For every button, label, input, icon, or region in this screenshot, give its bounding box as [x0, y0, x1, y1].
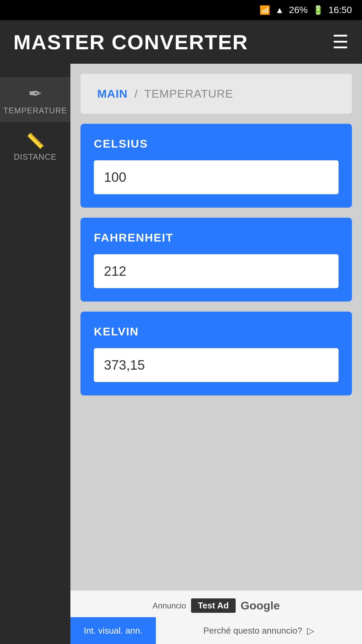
fahrenheit-panel: FAHRENHEIT [80, 218, 352, 302]
ad-play-icon: ▷ [307, 625, 314, 636]
ad-left-button[interactable]: Int. visual. ann. [70, 617, 156, 644]
top-bar: MASTER CONVERTER ☰ [0, 20, 362, 64]
kelvin-input[interactable] [94, 348, 339, 382]
breadcrumb-current: TEMPERATURE [144, 87, 233, 100]
fahrenheit-label: FAHRENHEIT [94, 231, 339, 244]
sidebar-item-distance[interactable]: 📏 DISTANCE [0, 125, 70, 168]
sidebar: ✒ TEMPERATURE 📏 DISTANCE [0, 64, 70, 644]
breadcrumb: MAIN / TEMPERATURE [80, 74, 352, 114]
breadcrumb-separator: / [134, 87, 137, 100]
signal-icon: ▲ [275, 5, 284, 15]
menu-icon[interactable]: ☰ [332, 31, 349, 53]
wifi-icon: 📶 [259, 5, 270, 15]
sidebar-label-distance: DISTANCE [14, 152, 57, 162]
status-icons: 📶 ▲ 26% 🔋 16:50 [259, 5, 352, 15]
ad-google-label: Google [241, 599, 280, 612]
celsius-input[interactable] [94, 160, 339, 194]
sidebar-item-temperature[interactable]: ✒ TEMPERATURE [0, 77, 70, 122]
fahrenheit-input[interactable] [94, 254, 339, 288]
sidebar-label-temperature: TEMPERATURE [3, 106, 67, 115]
distance-icon: 📏 [26, 132, 45, 150]
converters-area: CELSIUS FAHRENHEIT KELVIN [70, 114, 362, 590]
temperature-icon: ✒ [28, 84, 42, 103]
time-display: 16:50 [328, 5, 352, 15]
battery-icon: 🔋 [313, 5, 323, 15]
ad-bottom-row: Int. visual. ann. Perché questo annuncio… [70, 617, 362, 644]
ad-top-row: Annuncio Test Ad Google [70, 591, 362, 617]
ad-right-button-label: Perché questo annuncio? [203, 626, 302, 636]
breadcrumb-main[interactable]: MAIN [97, 87, 128, 100]
kelvin-label: KELVIN [94, 325, 339, 338]
ad-bar: Annuncio Test Ad Google Int. visual. ann… [70, 590, 362, 644]
celsius-label: CELSIUS [94, 137, 339, 150]
celsius-panel: CELSIUS [80, 124, 352, 208]
ad-right-button[interactable]: Perché questo annuncio? ▷ [156, 617, 362, 644]
kelvin-panel: KELVIN [80, 312, 352, 395]
status-bar: 📶 ▲ 26% 🔋 16:50 [0, 0, 362, 20]
main-content: ✒ TEMPERATURE 📏 DISTANCE MAIN / TEMPERAT… [0, 64, 362, 644]
ad-test-badge: Test Ad [191, 598, 235, 613]
ad-annuncio-label: Annuncio [153, 601, 186, 610]
right-content: MAIN / TEMPERATURE CELSIUS FAHRENHEIT KE… [70, 64, 362, 644]
battery-percent: 26% [289, 5, 308, 15]
app-title: MASTER CONVERTER [13, 30, 248, 54]
